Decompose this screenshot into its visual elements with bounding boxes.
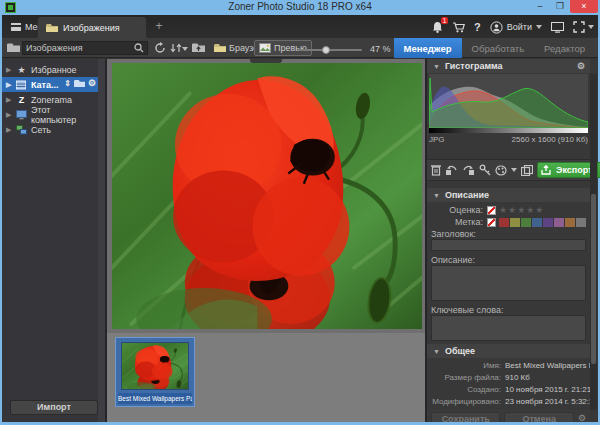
label-none-checkbox[interactable] bbox=[487, 218, 496, 227]
title-bar: Zoner Photo Studio 18 PRO x64 – ❐ × bbox=[0, 0, 600, 15]
cart-button[interactable] bbox=[452, 22, 465, 33]
close-button[interactable]: × bbox=[570, 0, 598, 13]
rating-row: Оценка: ★★★★★ bbox=[427, 205, 590, 215]
zoom-slider-thumb[interactable] bbox=[322, 46, 330, 54]
scrollbar-thumb[interactable] bbox=[591, 194, 596, 364]
thumbnail-selected[interactable]: Best Mixed Wallpapers Pack #37... bbox=[115, 337, 195, 407]
gear-icon[interactable]: ⚙ bbox=[88, 78, 96, 88]
info-panel: ▼ Гистограмма ⚙ JPG 2560 x 1600 (910 Кб) bbox=[427, 59, 598, 422]
edit-tool-button[interactable] bbox=[495, 162, 507, 178]
keywords-tool-button[interactable] bbox=[479, 162, 491, 178]
histogram-chart bbox=[429, 74, 588, 128]
compare-button[interactable] bbox=[521, 162, 533, 178]
help-button[interactable]: ? bbox=[474, 21, 481, 33]
sidebar-item-network[interactable]: ▶ Сеть bbox=[2, 122, 98, 137]
sidebar-item-catalog[interactable]: ▶ Ката... ⇕ ⚙ bbox=[2, 77, 98, 92]
tab-editor[interactable]: Редактор bbox=[534, 38, 595, 58]
label-swatch[interactable] bbox=[499, 218, 509, 227]
edit-dropdown-icon[interactable] bbox=[511, 168, 517, 172]
modified-value: 23 ноября 2014 г. 5:32:38 bbox=[505, 397, 590, 406]
export-dropdown[interactable] bbox=[597, 163, 600, 177]
monitor-icon bbox=[551, 22, 564, 33]
created-value: 10 ноября 2015 г. 21:21:13 bbox=[505, 385, 590, 394]
new-tab-button[interactable]: + bbox=[152, 19, 166, 33]
thumbnail-caption: Best Mixed Wallpapers Pack #37... bbox=[118, 393, 192, 404]
preview-mode-button[interactable]: Превью bbox=[254, 40, 312, 56]
label-swatch[interactable] bbox=[543, 218, 553, 227]
computer-icon bbox=[16, 110, 27, 120]
image-icon bbox=[259, 43, 271, 53]
rotate-right-button[interactable] bbox=[462, 162, 475, 178]
navigation-sidebar: ▶ ★ Избранное ▶ Ката... ⇕ ⚙ bbox=[2, 59, 105, 422]
login-button[interactable]: Войти bbox=[490, 21, 542, 34]
window-title: Zoner Photo Studio 18 PRO x64 bbox=[0, 1, 600, 12]
label-swatch[interactable] bbox=[554, 218, 564, 227]
delete-button[interactable] bbox=[431, 162, 441, 178]
panel-scrollbar[interactable] bbox=[590, 74, 597, 410]
menu-tab-bar: Меню Изображения + 1 ? Войти bbox=[2, 15, 598, 38]
actions-toolbar: Экспорт bbox=[427, 159, 590, 181]
notification-badge: 1 bbox=[441, 17, 448, 24]
maximize-button[interactable]: ❐ bbox=[550, 0, 570, 13]
label-swatch[interactable] bbox=[532, 218, 542, 227]
sidebar-item-favorites[interactable]: ▶ ★ Избранное bbox=[2, 62, 98, 77]
histogram-section-header[interactable]: ▼ Гистограмма ⚙ bbox=[427, 59, 590, 73]
title-input[interactable] bbox=[431, 239, 586, 251]
label-swatch[interactable] bbox=[565, 218, 575, 227]
path-input[interactable]: Изображения bbox=[22, 41, 148, 55]
folder-up-button[interactable] bbox=[190, 40, 206, 56]
fullscreen-icon bbox=[573, 21, 585, 33]
sidebar-item-this-computer[interactable]: ▶ Этот компьютер bbox=[2, 107, 98, 122]
file-size-value: 910 Кб bbox=[505, 373, 530, 382]
search-icon[interactable] bbox=[134, 43, 144, 53]
thumbnail-image bbox=[121, 342, 189, 390]
refresh-button[interactable] bbox=[152, 40, 168, 56]
catalog-icon bbox=[16, 80, 27, 90]
zoom-percent: 47 % bbox=[370, 44, 391, 54]
sort-toggle-icon[interactable]: ⇕ bbox=[64, 79, 71, 88]
keywords-field-label: Ключевые слова: bbox=[431, 305, 504, 315]
chevron-down-icon bbox=[588, 25, 594, 29]
photo-preview[interactable] bbox=[112, 63, 422, 329]
histogram-settings-icon[interactable]: ⚙ bbox=[577, 61, 585, 71]
description-section-header[interactable]: ▼ Описание bbox=[427, 188, 590, 202]
folder-icon bbox=[214, 43, 226, 53]
general-section-header[interactable]: ▼ Общее bbox=[427, 344, 590, 358]
app-frame: Меню Изображения + 1 ? Войти bbox=[2, 15, 598, 422]
name-row: Имя: Best Mixed Wallpapers Pack #37 bbox=[427, 361, 590, 370]
notifications-button[interactable]: 1 bbox=[432, 21, 443, 33]
display-button[interactable] bbox=[551, 22, 564, 33]
folder-nav-icon[interactable] bbox=[5, 40, 21, 56]
description-textarea[interactable] bbox=[431, 265, 586, 301]
folder-icon bbox=[46, 23, 58, 33]
zoom-slider[interactable] bbox=[298, 49, 362, 51]
modified-row: Модифицировано: 23 ноября 2014 г. 5:32:3… bbox=[427, 397, 590, 406]
sort-dropdown-icon[interactable] bbox=[182, 47, 188, 51]
tab-develop[interactable]: Обработать bbox=[462, 38, 535, 58]
label-swatch[interactable] bbox=[510, 218, 520, 227]
label-swatch[interactable] bbox=[521, 218, 531, 227]
label-swatch[interactable] bbox=[576, 218, 586, 227]
import-button[interactable]: Импорт bbox=[10, 400, 98, 415]
hamburger-icon bbox=[11, 23, 21, 31]
user-icon bbox=[490, 21, 503, 34]
rotate-left-button[interactable] bbox=[445, 162, 458, 178]
rating-stars[interactable]: ★★★★★ bbox=[499, 205, 544, 215]
star-icon: ★ bbox=[16, 65, 27, 75]
histogram-gradient bbox=[429, 128, 588, 133]
module-tabs: Менеджер Обработать Редактор bbox=[394, 38, 595, 58]
created-row: Создано: 10 ноября 2015 г. 21:21:13 bbox=[427, 385, 590, 394]
rating-none-checkbox[interactable] bbox=[487, 206, 496, 215]
tab-images[interactable]: Изображения bbox=[38, 17, 146, 38]
fullscreen-button[interactable] bbox=[573, 21, 594, 33]
filmstrip: Best Mixed Wallpapers Pack #37... bbox=[107, 333, 425, 422]
keywords-textarea[interactable] bbox=[431, 315, 586, 341]
sidebar-scrollbar[interactable] bbox=[98, 59, 105, 422]
minimize-button[interactable]: – bbox=[530, 0, 550, 13]
description-field-label: Описание: bbox=[431, 255, 475, 265]
zonerama-icon: Z bbox=[16, 95, 27, 105]
image-dimensions: 2560 x 1600 (910 Кб) bbox=[512, 135, 588, 144]
filesize-row: Размер файла: 910 Кб bbox=[427, 373, 590, 382]
tab-manager[interactable]: Менеджер bbox=[394, 38, 462, 58]
folder-add-icon[interactable] bbox=[74, 79, 85, 88]
